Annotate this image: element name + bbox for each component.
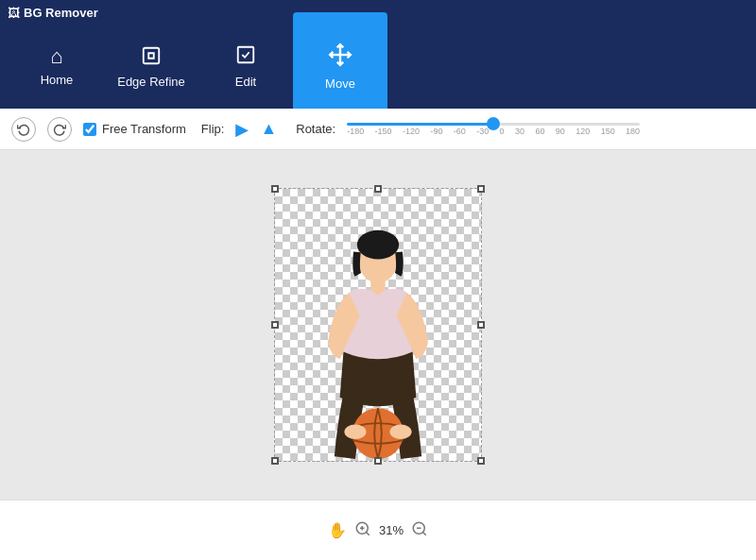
free-transform-input[interactable]: [83, 123, 96, 136]
flip-vertical-icon[interactable]: ▲: [260, 119, 277, 139]
edge-refine-icon: [141, 45, 162, 69]
free-transform-checkbox[interactable]: Free Transform: [83, 122, 186, 136]
nav-edit[interactable]: Edit: [198, 12, 293, 121]
app-logo-icon: 🖼: [8, 6, 20, 20]
zoom-value: 31%: [379, 523, 404, 537]
redo-button[interactable]: [47, 117, 72, 142]
toolbar: Free Transform Flip: ◀ ▲ Rotate: -180-15…: [0, 109, 756, 150]
handle-bm[interactable]: [374, 457, 382, 465]
flip-label: Flip:: [201, 122, 225, 136]
rotate-marks: -180-150-120-90-60-300306090120150180: [347, 127, 640, 136]
rotate-slider[interactable]: [347, 123, 640, 126]
svg-line-15: [423, 532, 426, 535]
canvas-area: [0, 150, 756, 500]
home-icon: ⌂: [50, 46, 62, 67]
person-silhouette: [302, 225, 454, 461]
flip-horizontal-icon[interactable]: ◀: [235, 119, 249, 140]
nav-home[interactable]: ⌂ Home: [9, 12, 104, 121]
rotate-slider-container: -180-150-120-90-60-300306090120150180: [347, 123, 640, 136]
pan-icon[interactable]: ✋: [328, 521, 347, 539]
handle-tl[interactable]: [271, 185, 279, 193]
svg-rect-0: [144, 47, 160, 63]
nav-move-label: Move: [325, 76, 355, 91]
image-container[interactable]: [274, 188, 482, 462]
nav-edge-refine[interactable]: Edge Refine: [104, 12, 198, 121]
nav-edge-refine-label: Edge Refine: [117, 75, 185, 89]
svg-line-11: [366, 532, 369, 535]
header: ⌂ Home Edge Refine Edit Move: [0, 0, 756, 109]
undo-button[interactable]: [11, 117, 36, 142]
svg-point-9: [390, 425, 412, 439]
handle-bl[interactable]: [271, 457, 279, 465]
move-icon: [328, 42, 352, 71]
rotate-label: Rotate:: [296, 122, 335, 136]
handle-tr[interactable]: [477, 185, 485, 193]
nav-move[interactable]: Move: [293, 12, 387, 121]
free-transform-label: Free Transform: [102, 122, 186, 136]
handle-lm[interactable]: [271, 321, 279, 329]
handle-tm[interactable]: [374, 185, 382, 193]
bottom-bar: ✋ 31%: [0, 500, 756, 560]
app-title: BG Remover: [24, 6, 98, 20]
handle-rm[interactable]: [477, 321, 485, 329]
zoom-in-icon[interactable]: [354, 520, 371, 541]
svg-point-8: [344, 425, 366, 439]
edit-icon: [235, 44, 256, 69]
nav-home-label: Home: [41, 73, 74, 87]
svg-point-5: [357, 230, 399, 260]
zoom-out-icon[interactable]: [411, 520, 428, 541]
handle-br[interactable]: [477, 457, 485, 465]
nav-edit-label: Edit: [235, 75, 256, 89]
zoom-controls: ✋ 31%: [328, 520, 428, 541]
svg-rect-1: [238, 47, 254, 63]
